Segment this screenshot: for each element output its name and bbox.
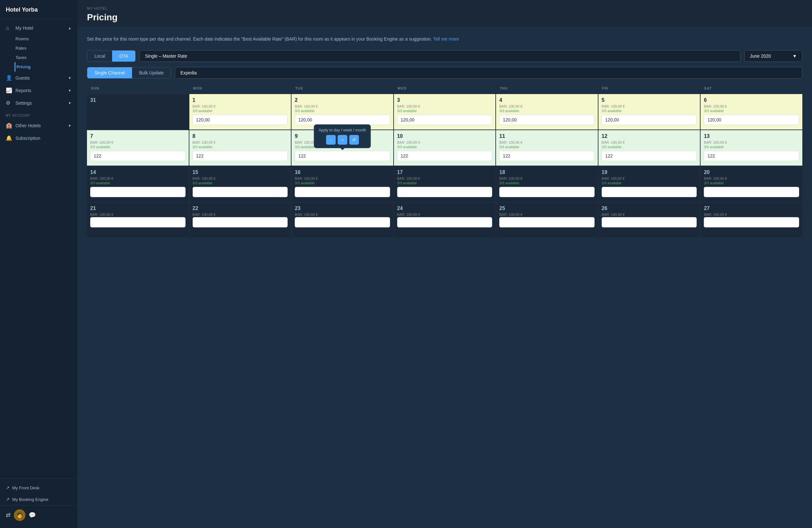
price-input[interactable]: [193, 217, 288, 227]
calendar-cell: 3BAR: 100,00 €3/3 available: [394, 94, 496, 129]
price-input[interactable]: [499, 217, 595, 227]
cell-day-number: 4: [499, 97, 595, 103]
calendar-cell: 22BAR: 100,00 €: [189, 202, 291, 238]
price-input[interactable]: [193, 115, 288, 125]
front-desk-link[interactable]: ↗ My Front Desk: [0, 482, 77, 494]
tooltip-btn-lr[interactable]: ↔: [337, 135, 347, 145]
page-title: Pricing: [87, 12, 802, 28]
calendar-cell: 4BAR: 100,00 €3/3 available: [496, 94, 598, 129]
day-header-wed: WED: [394, 84, 496, 93]
sidebar-item-rates[interactable]: Rates: [15, 43, 77, 53]
price-input[interactable]: [704, 151, 799, 161]
cell-input-wrap: [704, 217, 799, 227]
cell-input-wrap: [602, 217, 697, 227]
calendar-cell: 12BAR: 100,00 €3/3 available: [598, 130, 700, 166]
tab-ota[interactable]: OTA: [112, 51, 135, 61]
price-input[interactable]: [602, 115, 697, 125]
channel-select[interactable]: Expedia: [175, 67, 802, 79]
date-select[interactable]: June 2020 ▼: [744, 50, 802, 62]
cell-day-number: 24: [397, 205, 492, 211]
price-input[interactable]: [295, 151, 390, 161]
tooltip-btn-up[interactable]: ↑: [326, 135, 336, 145]
cell-input-wrap: Apply to day / week / month↑↔↺: [295, 151, 390, 161]
price-input[interactable]: [704, 115, 799, 125]
cell-day-number: 25: [499, 205, 595, 211]
sidebar-item-reports[interactable]: 📈 Reports ▼: [0, 84, 77, 97]
price-input[interactable]: [602, 217, 697, 227]
cell-day-number: 22: [193, 205, 288, 211]
cell-bar-rate: BAR: 100,00 €: [704, 104, 799, 108]
price-input[interactable]: [704, 217, 799, 227]
price-input[interactable]: [193, 187, 288, 197]
day-header-sun: SUN: [87, 84, 189, 93]
sidebar-item-guests[interactable]: 👤 Guests ▼: [0, 72, 77, 84]
sidebar-item-rooms[interactable]: Rooms: [15, 34, 77, 43]
price-input[interactable]: [499, 115, 595, 125]
cell-availability: 3/3 available: [704, 109, 799, 113]
price-input[interactable]: [295, 187, 390, 197]
cell-day-number: 18: [499, 169, 595, 175]
cell-availability: 3/3 available: [397, 145, 492, 149]
cell-day-number: 15: [193, 169, 288, 175]
calendar-cell: 21BAR: 100,00 €: [87, 202, 189, 238]
cell-input-wrap: [704, 115, 799, 125]
cell-bar-rate: BAR: 100,00 €: [193, 104, 288, 108]
price-input[interactable]: [397, 187, 492, 197]
price-input[interactable]: [704, 187, 799, 197]
settings-bottom-icon[interactable]: ⇄: [6, 512, 11, 519]
chevron-up-icon: ▲: [68, 26, 72, 30]
price-input[interactable]: [499, 151, 595, 161]
cell-day-number: 20: [704, 169, 799, 175]
cell-bar-rate: BAR: 100,00 €: [295, 176, 390, 181]
sidebar-item-taxes[interactable]: Taxes: [15, 53, 77, 62]
tooltip-btn-refresh[interactable]: ↺: [349, 135, 359, 145]
rate-select[interactable]: Single – Master Rate: [140, 50, 740, 62]
tell-me-more-link[interactable]: Tell me more: [433, 37, 459, 42]
sidebar-item-other-hotels[interactable]: 🏨 Other Hotels ▼: [0, 119, 77, 132]
price-input[interactable]: [295, 115, 390, 125]
cell-input-wrap: [295, 187, 390, 197]
cell-day-number: 1: [193, 97, 288, 103]
tab-single-channel[interactable]: Single Channel: [87, 67, 132, 78]
calendar: SUNMONTUEWEDTHUFRISAT 311BAR: 100,00 €3/…: [87, 84, 802, 238]
sidebar-item-subscription[interactable]: 🔔 Subscription: [0, 132, 77, 144]
cell-availability: 3/3 available: [704, 181, 799, 185]
cell-input-wrap: [499, 151, 595, 161]
cell-bar-rate: BAR: 100,00 €: [397, 176, 492, 181]
cell-input-wrap: [193, 151, 288, 161]
price-input[interactable]: [602, 187, 697, 197]
sidebar-item-my-hotel[interactable]: ⌂ My Hotel ▲: [0, 22, 77, 34]
page-header: MY HOTEL Pricing: [77, 0, 812, 28]
price-input[interactable]: [193, 151, 288, 161]
price-input[interactable]: [90, 217, 186, 227]
calendar-cell: 8BAR: 100,00 €3/3 available: [189, 130, 291, 166]
price-input[interactable]: [295, 217, 390, 227]
price-input[interactable]: [397, 115, 492, 125]
price-input[interactable]: [602, 151, 697, 161]
cell-bar-rate: BAR: 100,00 €: [90, 213, 186, 216]
price-input[interactable]: [499, 187, 595, 197]
cell-bar-rate: BAR: 100,00 €: [704, 176, 799, 181]
tab-bulk-update[interactable]: Bulk Update: [132, 67, 171, 78]
sidebar-item-settings[interactable]: ⚙ Settings ▼: [0, 97, 77, 109]
price-input[interactable]: [90, 187, 186, 197]
cell-bar-rate: BAR: 100,00 €: [704, 213, 799, 216]
subscription-icon: 🔔: [6, 135, 12, 141]
price-input[interactable]: [397, 151, 492, 161]
cell-day-number: 17: [397, 169, 492, 175]
tab-local[interactable]: Local: [87, 51, 112, 61]
price-input[interactable]: [397, 217, 492, 227]
sidebar-item-pricing[interactable]: Pricing: [14, 62, 77, 72]
cell-input-wrap: [499, 217, 595, 227]
cell-bar-rate: BAR: 100,00 €: [295, 213, 390, 216]
cell-input-wrap: [704, 187, 799, 197]
cell-day-number: 8: [193, 133, 288, 139]
cell-day-number: 26: [602, 205, 697, 211]
chevron-down-icon: ▼: [68, 89, 72, 92]
chat-icon[interactable]: 💬: [29, 512, 36, 519]
cell-bar-rate: BAR: 100,00 €: [602, 176, 697, 181]
price-input[interactable]: [90, 151, 186, 161]
calendar-cell: 26BAR: 100,00 €: [598, 202, 700, 238]
cell-bar-rate: BAR: 100,00 €: [499, 104, 595, 108]
booking-engine-link[interactable]: ↗ My Booking Engine: [0, 494, 77, 505]
